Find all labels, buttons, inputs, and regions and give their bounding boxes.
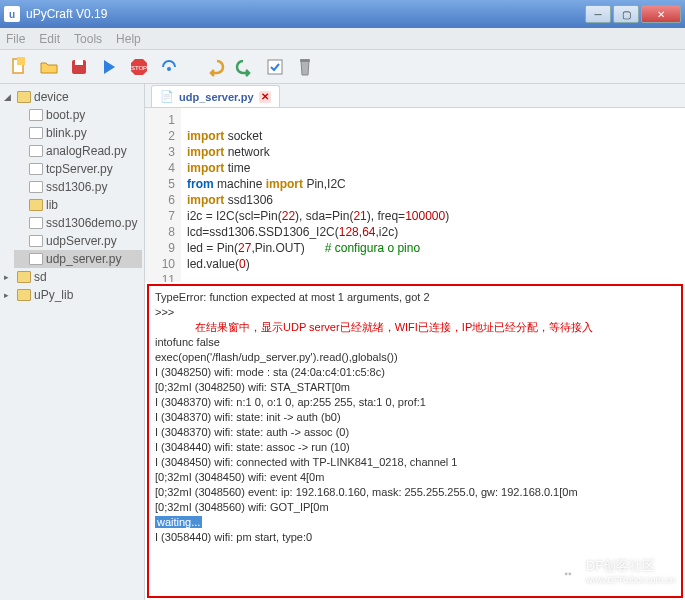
syntax-check-button[interactable] bbox=[262, 54, 288, 80]
console-line: [0;32mI (3048250) wifi: STA_START[0m bbox=[155, 380, 675, 395]
console-line: I (3048370) wifi: state: init -> auth (b… bbox=[155, 410, 675, 425]
tree-file-analogread[interactable]: analogRead.py bbox=[14, 142, 142, 160]
app-icon: u bbox=[4, 6, 20, 22]
svg-point-6 bbox=[167, 67, 171, 71]
robot-icon bbox=[556, 562, 580, 584]
console-line: I (3048250) wifi: mode : sta (24:0a:c4:0… bbox=[155, 365, 675, 380]
menu-help[interactable]: Help bbox=[116, 32, 141, 46]
svg-rect-8 bbox=[300, 59, 310, 62]
console-line: I (3048450) wifi: connected with TP-LINK… bbox=[155, 455, 675, 470]
svg-point-10 bbox=[565, 573, 568, 576]
svg-rect-3 bbox=[75, 60, 83, 65]
console-line: [0;32mI (3048450) wifi: event 4[0m bbox=[155, 470, 675, 485]
console-line: >>> bbox=[155, 305, 675, 320]
tree-folder-lib[interactable]: lib bbox=[14, 196, 142, 214]
maximize-button[interactable]: ▢ bbox=[613, 5, 639, 23]
svg-rect-12 bbox=[566, 566, 570, 570]
menubar: File Edit Tools Help bbox=[0, 28, 685, 50]
menu-tools[interactable]: Tools bbox=[74, 32, 102, 46]
line-gutter: 1234567891011121314 bbox=[145, 108, 181, 282]
tree-label: device bbox=[34, 90, 69, 104]
file-icon: 📄 bbox=[160, 90, 174, 103]
tree-device[interactable]: ◢device bbox=[2, 88, 142, 106]
code-content[interactable]: import socket import network import time… bbox=[181, 108, 685, 282]
tree-file-boot[interactable]: boot.py bbox=[14, 106, 142, 124]
workspace: ◢device boot.py blink.py analogRead.py t… bbox=[0, 84, 685, 600]
save-button[interactable] bbox=[66, 54, 92, 80]
console-line: I (3058440) wifi: pm start, type:0 bbox=[155, 530, 675, 545]
svg-point-11 bbox=[568, 573, 571, 576]
tree-label: udpServer.py bbox=[46, 234, 117, 248]
tree-label: udp_server.py bbox=[46, 252, 121, 266]
svg-rect-9 bbox=[562, 569, 573, 578]
code-editor[interactable]: 1234567891011121314 import socket import… bbox=[145, 108, 685, 282]
console-line: I (3048440) wifi: state: assoc -> run (1… bbox=[155, 440, 675, 455]
tree-file-ssd1306demo[interactable]: ssd1306demo.py bbox=[14, 214, 142, 232]
tree-label: ssd1306.py bbox=[46, 180, 107, 194]
tree-label: analogRead.py bbox=[46, 144, 127, 158]
tree-file-udpserver[interactable]: udpServer.py bbox=[14, 232, 142, 250]
tab-udp-server[interactable]: 📄 udp_server.py ✕ bbox=[151, 85, 280, 107]
download-run-button[interactable] bbox=[96, 54, 122, 80]
console-line: I (3048370) wifi: n:1 0, o:1 0, ap:255 2… bbox=[155, 395, 675, 410]
tree-label: tcpServer.py bbox=[46, 162, 113, 176]
tree-label: ssd1306demo.py bbox=[46, 216, 137, 230]
tree-file-blink[interactable]: blink.py bbox=[14, 124, 142, 142]
console-line: exec(open('/flash/udp_server.py').read()… bbox=[155, 350, 675, 365]
close-button[interactable]: ✕ bbox=[641, 5, 681, 23]
minimize-button[interactable]: ─ bbox=[585, 5, 611, 23]
clear-button[interactable] bbox=[292, 54, 318, 80]
undo-button[interactable] bbox=[202, 54, 228, 80]
toolbar: STOP bbox=[0, 50, 685, 84]
watermark: DF创客社区 www.DFRobot.com.cn bbox=[556, 558, 675, 588]
tree-file-udp-server[interactable]: udp_server.py bbox=[14, 250, 142, 268]
tree-label: lib bbox=[46, 198, 58, 212]
connect-button[interactable] bbox=[156, 54, 182, 80]
console-output[interactable]: TypeError: function expected at most 1 a… bbox=[147, 284, 683, 598]
tree-upylib[interactable]: ▸uPy_lib bbox=[2, 286, 142, 304]
open-file-button[interactable] bbox=[36, 54, 62, 80]
tree-label: sd bbox=[34, 270, 47, 284]
tree-sd[interactable]: ▸sd bbox=[2, 268, 142, 286]
editor-tabbar: 📄 udp_server.py ✕ bbox=[145, 84, 685, 108]
svg-rect-1 bbox=[17, 57, 25, 65]
watermark-url: www.DFRobot.com.cn bbox=[586, 573, 675, 588]
tree-label: uPy_lib bbox=[34, 288, 73, 302]
window-title: uPyCraft V0.19 bbox=[26, 7, 583, 21]
redo-button[interactable] bbox=[232, 54, 258, 80]
tab-close-button[interactable]: ✕ bbox=[259, 91, 271, 103]
tree-file-tcpserver[interactable]: tcpServer.py bbox=[14, 160, 142, 178]
file-tree: ◢device boot.py blink.py analogRead.py t… bbox=[0, 84, 145, 600]
console-line: I (3048370) wifi: state: auth -> assoc (… bbox=[155, 425, 675, 440]
console-annotation: 在结果窗中，显示UDP server已经就绪，WIFI已连接，IP地址已经分配，… bbox=[155, 320, 675, 335]
stop-button[interactable]: STOP bbox=[126, 54, 152, 80]
console-line: [0;32mI (3048560) wifi: GOT_IP[0m bbox=[155, 500, 675, 515]
titlebar: u uPyCraft V0.19 ─ ▢ ✕ bbox=[0, 0, 685, 28]
tree-label: boot.py bbox=[46, 108, 85, 122]
console-line: waiting... bbox=[155, 515, 675, 530]
new-file-button[interactable] bbox=[6, 54, 32, 80]
watermark-brand: DF创客社区 bbox=[586, 558, 655, 573]
menu-edit[interactable]: Edit bbox=[39, 32, 60, 46]
menu-file[interactable]: File bbox=[6, 32, 25, 46]
svg-text:STOP: STOP bbox=[131, 65, 147, 71]
console-line: TypeError: function expected at most 1 a… bbox=[155, 290, 675, 305]
tab-label: udp_server.py bbox=[179, 91, 254, 103]
main-area: 📄 udp_server.py ✕ 1234567891011121314 im… bbox=[145, 84, 685, 600]
console-line: [0;32mI (3048560) event: ip: 192.168.0.1… bbox=[155, 485, 675, 500]
console-line: intofunc false bbox=[155, 335, 675, 350]
tree-label: blink.py bbox=[46, 126, 87, 140]
svg-rect-7 bbox=[268, 60, 282, 74]
tree-file-ssd1306[interactable]: ssd1306.py bbox=[14, 178, 142, 196]
